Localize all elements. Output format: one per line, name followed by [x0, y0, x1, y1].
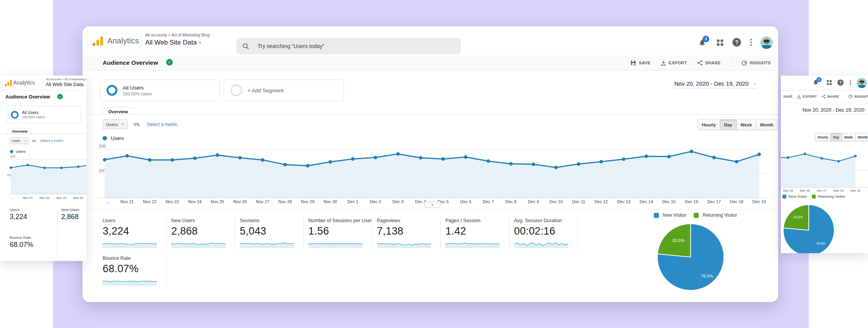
visitor-pie-legend: New Visitor Returning Visitor: [654, 212, 737, 218]
app-header: Analytics All accounts > Art of Marketin…: [83, 26, 778, 56]
x-axis-label: Dec 12: [595, 199, 608, 204]
x-axis-label: Dec 11: [572, 199, 585, 204]
date-range-picker[interactable]: Nov 20, 2020 - Dec 19, 2020 ▼: [674, 80, 756, 89]
metric-card: New Users 2,868: [61, 207, 84, 228]
save-button: SAVE: [783, 95, 792, 98]
breadcrumb: All accounts > Art of Marketing Blog: [46, 78, 86, 81]
x-axis-label: Dec 13: [617, 199, 631, 204]
search-bar[interactable]: Try searching “Users today”: [236, 38, 461, 54]
metric-selector[interactable]: Users ▼: [103, 119, 127, 129]
add-segment-ring-icon: [230, 85, 242, 96]
share-button[interactable]: SHARE: [697, 60, 721, 66]
metric-card-sessions: Sessions5,043: [235, 218, 304, 250]
legend-swatch-returning-visitor: [694, 213, 699, 218]
granularity-toggle: HourlyDayWeekMonth: [698, 119, 778, 130]
x-axis-label: Dec 1: [347, 199, 359, 204]
metric-label: Users: [103, 218, 166, 223]
x-axis-labels: Dec 15Dec 16Dec 17Dec 18Dec 19: [781, 189, 868, 193]
users-line-chart: [781, 151, 868, 187]
select-metric-link[interactable]: Select a metric: [147, 122, 177, 127]
save-icon: [631, 60, 636, 66]
share-icon: [697, 60, 703, 66]
metric-card-pageviews: Pageviews7,138: [372, 218, 441, 250]
caret-down-icon: ▼: [753, 82, 756, 86]
x-axis-label: Dec 18: [730, 199, 743, 204]
tab-overview[interactable]: Overview: [102, 107, 134, 115]
dup-app-header: Analytics All accounts > Art of Marketin…: [0, 76, 86, 90]
metric-value: 1.56: [308, 225, 372, 237]
x-axis-label: Dec 14: [639, 199, 653, 204]
x-axis-line: [781, 187, 868, 188]
metric-value: 2,868: [61, 213, 84, 221]
analytics-logo-icon: [5, 81, 9, 86]
metric-sparkline: [171, 239, 225, 248]
apps-grid-button[interactable]: [716, 39, 724, 47]
metric-card-pages-session: Pages / Session1.42: [441, 218, 509, 250]
metric-sparkline: [103, 239, 157, 248]
segment-name: All Users: [123, 85, 152, 91]
add-segment-button[interactable]: + Add Segment: [224, 79, 344, 101]
x-axis-label: Dec 3: [392, 199, 404, 204]
x-axis-label: Nov 26: [233, 199, 247, 204]
metric-sparkline: [445, 239, 500, 248]
x-axis-label: Nov 21: [120, 199, 134, 204]
chart-legend: Users: [103, 135, 124, 141]
metric-sparkline: [240, 239, 294, 248]
search-icon: [242, 43, 249, 50]
metric-card-new-users: New Users2,868: [167, 218, 235, 250]
report-toolbar: Audience Overview ✓ SAVE EXPORT SHARE IN…: [83, 55, 778, 71]
legend-swatch-new-visitor: [654, 213, 659, 218]
notification-badge: 3: [816, 77, 822, 82]
select-metric-link: Select a metric: [40, 139, 64, 143]
visitor-pie-chart: 23.5% 76.5%: [658, 224, 724, 290]
export-button[interactable]: EXPORT: [661, 60, 687, 66]
metric-sparkline: [103, 276, 157, 286]
x-axis-label: …: [106, 199, 110, 204]
vs-label: VS.: [32, 139, 36, 143]
metric-label: Users: [10, 207, 52, 212]
share-label: SHARE: [705, 60, 721, 65]
annotations-expander[interactable]: ▼: [424, 202, 440, 208]
kebab-icon: [850, 79, 851, 85]
x-axis-label: Nov 24: [188, 199, 202, 204]
x-axis-label: Nov 21: [23, 196, 33, 200]
x-axis-label: Nov 28: [278, 199, 292, 204]
help-button[interactable]: ?: [732, 38, 741, 47]
save-button[interactable]: SAVE: [631, 60, 650, 66]
granularity-button-hourly[interactable]: Hourly: [698, 119, 720, 130]
metric-value: 00:02:16: [514, 225, 578, 237]
x-axis-label: Dec 16: [685, 199, 698, 204]
property-name: All Web Site Data: [145, 39, 197, 46]
x-axis-label: Dec 7: [483, 199, 494, 204]
granularity-button-month[interactable]: Month: [756, 119, 777, 130]
share-icon: [822, 95, 825, 98]
segment-detail: 100.00% Users: [123, 91, 152, 96]
granularity-button-day[interactable]: Day: [720, 119, 736, 130]
caret-down-icon: ▼: [431, 204, 434, 206]
user-avatar[interactable]: [760, 36, 773, 49]
x-axis-label: Dec 17: [817, 189, 827, 192]
segment-chip-all-users[interactable]: All Users 100.00% Users: [100, 79, 220, 101]
save-label: SAVE: [639, 60, 650, 65]
report-title: Audience Overview: [5, 94, 50, 100]
metric-card-avg-session-duration: Avg. Session Duration00:02:16: [509, 218, 578, 250]
pie-divider: [658, 254, 691, 257]
more-menu-button[interactable]: [748, 38, 754, 47]
metric-label: New Users: [61, 207, 84, 212]
pie-divider: [784, 228, 809, 231]
main-card: Analytics All accounts > Art of Marketin…: [83, 26, 778, 302]
property-selector[interactable]: All Web Site Data ▼: [145, 39, 201, 47]
metric-label: Bounce Rate: [10, 235, 52, 240]
legend-dot-icon: [10, 150, 13, 153]
insights-icon: [741, 60, 747, 66]
users-line-chart[interactable]: [103, 143, 761, 198]
metric-label: Pageviews: [377, 218, 440, 223]
insights-button[interactable]: INSIGHTS: [741, 60, 771, 66]
notifications-button[interactable]: 3: [698, 38, 707, 47]
caret-down-icon: ▼: [24, 140, 26, 142]
granularity-button-week[interactable]: Week: [737, 119, 756, 130]
x-axis-label: Dec 17: [707, 199, 721, 204]
x-axis-line: [8, 194, 86, 194]
metric-value: 68.07%: [10, 241, 52, 249]
x-axis-label: Dec 10: [549, 199, 563, 204]
